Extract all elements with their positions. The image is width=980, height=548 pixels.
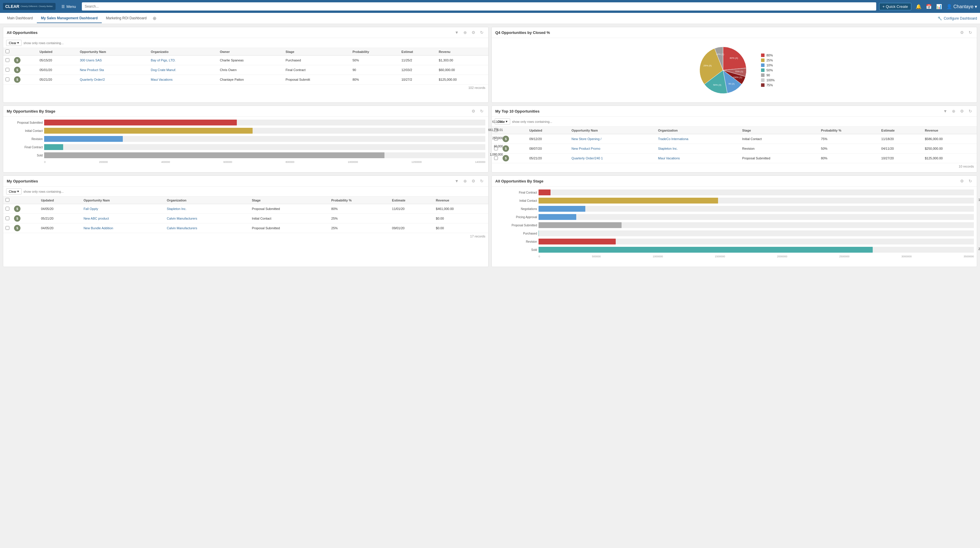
- top10-th-stage[interactable]: Stage: [740, 127, 819, 134]
- avatar: $: [14, 215, 21, 221]
- table-row: $ 05/21/20 Quarterly Order/2 Maui Vacati…: [3, 75, 488, 84]
- top10-settings-btn[interactable]: ⚙: [959, 108, 965, 114]
- cell-updated: 05/21/20: [527, 153, 569, 163]
- top10-th-revenue[interactable]: Revenue: [923, 127, 977, 134]
- opp-link[interactable]: Quarterly Order/240 1: [571, 156, 603, 160]
- opp-link[interactable]: Quarterly Order/2: [80, 78, 105, 81]
- tab-marketing-dashboard[interactable]: Marketing ROI Dashboard: [102, 14, 151, 23]
- my-stage-settings-btn[interactable]: ⚙: [471, 108, 477, 114]
- top10-th-opp-name[interactable]: Opportunity Nam: [569, 127, 656, 134]
- row-checkbox[interactable]: [6, 226, 10, 230]
- my-opps-settings-btn[interactable]: ⚙: [471, 178, 477, 184]
- configure-dashboard[interactable]: 🔧 Configure Dashboard: [938, 16, 977, 21]
- org-link[interactable]: Stapleton Inc.: [658, 147, 678, 150]
- opp-link[interactable]: New Store Opening /: [571, 137, 601, 141]
- add-icon-btn[interactable]: ⊕: [462, 30, 468, 35]
- th-opp-name[interactable]: Opportunity Nam: [78, 48, 148, 56]
- my-opps-th-org[interactable]: Organization: [165, 196, 250, 204]
- th-updated[interactable]: Updated: [37, 48, 78, 56]
- th-revenue[interactable]: Revenu: [436, 48, 488, 56]
- quick-create-button[interactable]: + Quick Create: [879, 3, 911, 10]
- org-link[interactable]: Calvin Manufacturers: [167, 226, 197, 230]
- top10-th-updated[interactable]: Updated: [527, 127, 569, 134]
- my-opps-filter-btn[interactable]: ▼: [453, 178, 460, 184]
- org-link[interactable]: Stapleton Inc.: [167, 207, 186, 210]
- th-org[interactable]: Organizatio: [148, 48, 218, 56]
- tab-sales-dashboard[interactable]: My Sales Management Dashboard: [37, 14, 102, 23]
- org-link[interactable]: Bay of Pigs, LTD.: [151, 59, 176, 62]
- top10-add-btn[interactable]: ⊕: [951, 108, 957, 114]
- opp-link[interactable]: New Product Sta: [80, 68, 104, 72]
- my-opps-th-opp-name[interactable]: Opportunity Nam: [81, 196, 165, 204]
- org-link[interactable]: Dog Crate Manuf.: [151, 68, 176, 72]
- filter-icon-btn[interactable]: ▼: [453, 30, 460, 35]
- row-checkbox[interactable]: [6, 217, 10, 220]
- top10-filter-input[interactable]: [512, 120, 974, 123]
- all-opps-filter-input[interactable]: [23, 41, 485, 45]
- menu-button[interactable]: ☰ Menu: [59, 3, 79, 10]
- user-menu[interactable]: 👤 Chantaye ▾: [947, 4, 977, 10]
- my-opps-by-stage-chart: Proposal Submitted 611,000 Initial Conta…: [3, 117, 488, 172]
- all-opps-clear-button[interactable]: Clear ▾: [6, 40, 22, 46]
- row-checkbox[interactable]: [6, 58, 10, 62]
- bar-label: Proposal Submitted: [498, 224, 537, 227]
- calendar-icon[interactable]: 📅: [926, 4, 932, 10]
- my-opps-th-updated[interactable]: Updated: [38, 196, 81, 204]
- org-link[interactable]: TradeCo Internationa: [658, 137, 689, 141]
- avatar: $: [503, 145, 509, 152]
- my-opps-th-probability[interactable]: Probability %: [329, 196, 390, 204]
- org-link[interactable]: Maui Vacations: [151, 78, 172, 81]
- notifications-icon[interactable]: 🔔: [916, 4, 921, 10]
- org-link[interactable]: Calvin Manufacturers: [167, 217, 197, 220]
- q4-chart-panel: Q4 Opportunities by Closed % ⚙ ↻ 80% (4)…: [492, 27, 977, 103]
- top10-filter-btn[interactable]: ▼: [942, 108, 948, 114]
- opp-link[interactable]: 300 Users SAS: [80, 59, 102, 62]
- my-opps-th-revenue[interactable]: Revenue: [434, 196, 488, 204]
- my-opps-th-estimate[interactable]: Estimate: [390, 196, 434, 204]
- top10-table: Updated Opportunity Nam Organization Sta…: [492, 127, 977, 163]
- th-estimate[interactable]: Estimat: [399, 48, 436, 56]
- my-stage-refresh-btn[interactable]: ↻: [479, 108, 485, 114]
- search-input[interactable]: [82, 2, 876, 11]
- row-checkbox[interactable]: [6, 68, 10, 72]
- add-tab-button[interactable]: ⊕: [151, 16, 158, 21]
- row-checkbox[interactable]: [494, 156, 498, 160]
- top10-th-probability[interactable]: Probability %: [819, 127, 879, 134]
- opp-link[interactable]: New Bundle Addition: [84, 226, 113, 230]
- my-opps-clear-button[interactable]: Clear ▾: [6, 188, 22, 194]
- bar-fill: [44, 152, 385, 158]
- opp-link[interactable]: Fall Oppty: [84, 207, 98, 210]
- chart-icon[interactable]: 📊: [936, 4, 942, 10]
- top10-th-org[interactable]: Organization: [656, 127, 740, 134]
- top10-th-estimate[interactable]: Estimate: [879, 127, 923, 134]
- bar-label: Initial Contact: [498, 199, 537, 202]
- all-stage-refresh-btn[interactable]: ↻: [967, 178, 973, 184]
- row-checkbox[interactable]: [6, 207, 10, 210]
- bar-value: 60,000: [494, 145, 503, 148]
- my-opps-select-all[interactable]: [6, 198, 10, 202]
- opp-link[interactable]: New Product Promo: [571, 147, 600, 150]
- th-stage[interactable]: Stage: [283, 48, 350, 56]
- all-opportunities-header: All Opportunities ▼ ⊕ ⚙ ↻: [3, 27, 488, 38]
- settings-icon-btn[interactable]: ⚙: [471, 30, 477, 35]
- opp-link[interactable]: New ABC product: [84, 217, 109, 220]
- my-opps-add-btn[interactable]: ⊕: [462, 178, 468, 184]
- th-owner[interactable]: Owner: [218, 48, 283, 56]
- my-opps-refresh-btn[interactable]: ↻: [479, 178, 485, 184]
- q4-settings-btn[interactable]: ⚙: [959, 30, 965, 35]
- org-link[interactable]: Maui Vacations: [658, 156, 680, 160]
- legend-label: 50%: [766, 68, 773, 72]
- logo[interactable]: CLEAR Clearly Different. Clearly Better.: [3, 3, 56, 10]
- q4-refresh-btn[interactable]: ↻: [967, 30, 973, 35]
- bar-label: Sold: [498, 248, 537, 252]
- my-opps-filter-input[interactable]: [23, 190, 485, 193]
- top10-refresh-btn[interactable]: ↻: [967, 108, 973, 114]
- refresh-icon-btn[interactable]: ↻: [479, 30, 485, 35]
- all-stage-settings-btn[interactable]: ⚙: [959, 178, 965, 184]
- my-opps-th-stage[interactable]: Stage: [250, 196, 329, 204]
- all-opps-by-stage-panel: All Opportunities By Stage ⚙ ↻ Final Con…: [492, 175, 977, 267]
- tab-main-dashboard[interactable]: Main Dashboard: [3, 14, 37, 23]
- row-checkbox[interactable]: [6, 78, 10, 81]
- th-probability[interactable]: Probability: [350, 48, 399, 56]
- all-opps-select-all[interactable]: [6, 49, 10, 53]
